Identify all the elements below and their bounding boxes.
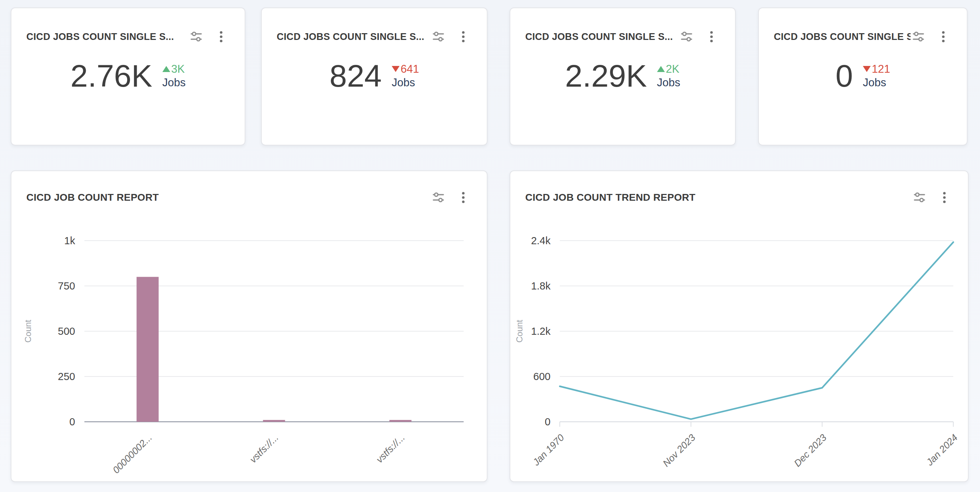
svg-text:600: 600 xyxy=(533,371,550,382)
stat-value: 0 xyxy=(835,60,853,92)
dashboard-page: CICD JOBS COUNT SINGLE S... 2.76K 3K Job… xyxy=(0,0,980,482)
svg-text:00000002...: 00000002... xyxy=(111,432,154,476)
stat-body: 2.29K 2K Jobs xyxy=(510,60,735,92)
card-header: CICD JOBS COUNT SINGLE S... xyxy=(262,8,487,45)
card-title: CICD JOBS COUNT SINGLE S... xyxy=(774,31,910,42)
svg-text:Dec 2023: Dec 2023 xyxy=(792,432,829,469)
stat-side: 641 Jobs xyxy=(392,63,419,89)
bar-chart-canvas: 02505007501kCount00000002...vstfs://...v… xyxy=(11,171,488,483)
kebab-menu-icon[interactable] xyxy=(455,29,471,45)
delta-value: 3K xyxy=(171,63,185,75)
card-header: CICD JOBS COUNT SINGLE S... xyxy=(510,8,735,45)
stat-card-cicd-jobs-3: CICD JOBS COUNT SINGLE S... 2.29K 2K Job… xyxy=(509,8,736,145)
svg-text:vstfs://...: vstfs://... xyxy=(374,432,407,465)
tune-icon[interactable] xyxy=(431,190,446,205)
stat-side: 121 Jobs xyxy=(863,63,890,89)
panel-header: CICD JOB COUNT TREND REPORT xyxy=(510,171,968,205)
stat-unit: Jobs xyxy=(863,77,886,89)
delta-value: 2K xyxy=(666,63,679,75)
svg-text:750: 750 xyxy=(58,280,75,292)
panel-title: CICD JOB COUNT TREND REPORT xyxy=(525,192,912,203)
stat-delta: 2K xyxy=(657,63,679,75)
svg-text:Jan 1970: Jan 1970 xyxy=(531,432,566,468)
stat-card-cicd-jobs-1: CICD JOBS COUNT SINGLE S... 2.76K 3K Job… xyxy=(11,8,245,145)
svg-text:1k: 1k xyxy=(64,235,75,246)
svg-text:0: 0 xyxy=(70,416,75,428)
kebab-menu-icon[interactable] xyxy=(937,190,952,205)
line-chart-canvas: 06001.2k1.8k2.4kCountJan 1970Nov 2023Dec… xyxy=(510,171,969,483)
kebab-menu-icon[interactable] xyxy=(704,29,719,45)
svg-text:Count: Count xyxy=(515,320,524,343)
svg-text:500: 500 xyxy=(58,326,75,337)
tune-icon[interactable] xyxy=(679,29,694,45)
svg-text:vstfs://...: vstfs://... xyxy=(248,432,280,465)
stat-value: 824 xyxy=(329,60,382,92)
kebab-menu-icon[interactable] xyxy=(213,29,229,45)
stat-value: 2.76K xyxy=(70,60,153,92)
kebab-menu-icon[interactable] xyxy=(455,190,471,205)
stat-unit: Jobs xyxy=(162,77,186,89)
svg-text:0: 0 xyxy=(545,416,550,428)
stat-side: 3K Jobs xyxy=(162,63,186,89)
stat-value: 2.29K xyxy=(565,60,647,92)
delta-arrow-icon xyxy=(863,66,871,72)
stat-delta: 641 xyxy=(392,63,419,75)
card-header: CICD JOBS COUNT SINGLE S... xyxy=(759,8,967,45)
delta-value: 121 xyxy=(872,63,890,75)
tune-icon[interactable] xyxy=(910,29,926,45)
svg-text:1.8k: 1.8k xyxy=(531,280,550,292)
svg-text:Nov 2023: Nov 2023 xyxy=(661,432,698,469)
card-title: CICD JOBS COUNT SINGLE S... xyxy=(277,31,431,42)
panel-header: CICD JOB COUNT REPORT xyxy=(11,171,487,205)
stat-card-cicd-jobs-2: CICD JOBS COUNT SINGLE S... 824 641 Jobs xyxy=(261,8,487,145)
stat-cards-row: CICD JOBS COUNT SINGLE S... 2.76K 3K Job… xyxy=(11,8,980,145)
card-header: CICD JOBS COUNT SINGLE S... xyxy=(11,8,245,45)
svg-text:2.4k: 2.4k xyxy=(531,235,550,246)
kebab-menu-icon[interactable] xyxy=(935,29,951,45)
svg-text:250: 250 xyxy=(58,371,75,382)
card-title: CICD JOBS COUNT SINGLE S... xyxy=(26,31,188,42)
stat-body: 0 121 Jobs xyxy=(759,60,967,92)
delta-arrow-icon xyxy=(392,66,399,72)
svg-text:Jan 2024: Jan 2024 xyxy=(924,432,960,468)
panel-cicd-job-count-report: 02505007501kCount00000002...vstfs://...v… xyxy=(11,171,487,482)
stat-delta: 3K xyxy=(162,63,185,75)
svg-text:1.2k: 1.2k xyxy=(531,326,550,337)
stat-unit: Jobs xyxy=(392,77,415,89)
stat-body: 824 641 Jobs xyxy=(262,60,487,92)
card-title: CICD JOBS COUNT SINGLE S... xyxy=(525,31,679,42)
delta-value: 641 xyxy=(401,63,419,75)
tune-icon[interactable] xyxy=(431,29,446,45)
tune-icon[interactable] xyxy=(912,190,927,205)
tune-icon[interactable] xyxy=(188,29,204,45)
delta-arrow-icon xyxy=(657,66,665,72)
chart-panels-row: 02505007501kCount00000002...vstfs://...v… xyxy=(11,171,980,482)
delta-arrow-icon xyxy=(162,66,170,72)
stat-body: 2.76K 3K Jobs xyxy=(11,60,245,92)
stat-card-cicd-jobs-4: CICD JOBS COUNT SINGLE S... 0 121 Jobs xyxy=(758,8,967,145)
panel-title: CICD JOB COUNT REPORT xyxy=(26,192,431,203)
svg-text:Count: Count xyxy=(23,320,33,343)
stat-unit: Jobs xyxy=(657,77,680,89)
stat-delta: 121 xyxy=(863,63,890,75)
panel-cicd-job-count-trend-report: 06001.2k1.8k2.4kCountJan 1970Nov 2023Dec… xyxy=(509,171,969,482)
stat-side: 2K Jobs xyxy=(657,63,680,89)
